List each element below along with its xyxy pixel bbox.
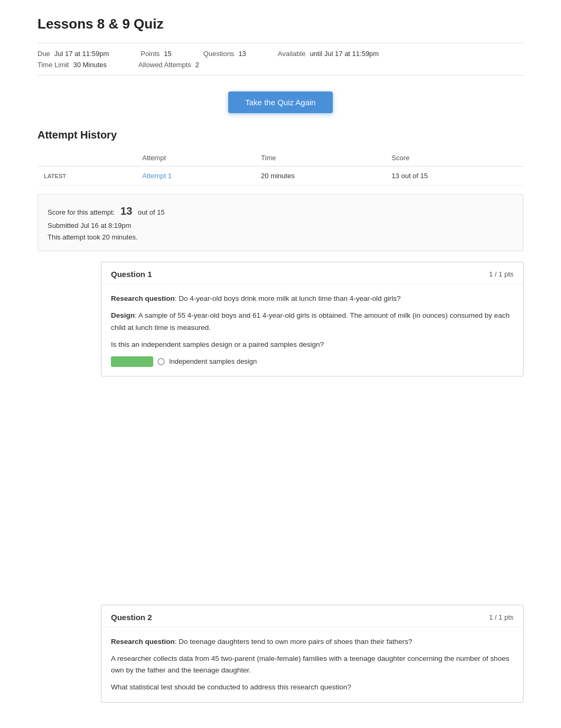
question-body: Research question: Do 4-year-old boys dr… bbox=[101, 284, 523, 376]
col-attempt-header: Attempt bbox=[136, 150, 255, 167]
score-label: Score for this attempt: bbox=[48, 208, 115, 216]
answer-row: Independent samples design bbox=[111, 356, 513, 367]
research-question-text: Research question: Do teenage daughters … bbox=[111, 636, 513, 648]
design-text: Design: A sample of 55 4-year-old boys a… bbox=[111, 310, 513, 334]
available-value: until Jul 17 at 11:59pm bbox=[310, 50, 379, 58]
question-pts: 1 / 1 pts bbox=[489, 613, 513, 621]
col-score-header: Score bbox=[385, 150, 523, 167]
question-body: Research question: Do teenage daughters … bbox=[101, 628, 523, 702]
meta-questions: Questions 13 bbox=[203, 50, 246, 58]
attempt-duration: This attempt took 20 minutes. bbox=[48, 232, 513, 243]
attempt-history-table: Attempt Time Score LATEST Attempt 1 20 m… bbox=[38, 150, 523, 186]
col-badge-header bbox=[38, 150, 136, 167]
correct-indicator bbox=[111, 356, 153, 367]
time-limit-label: Time Limit bbox=[38, 61, 69, 69]
time-limit-value: 30 Minutes bbox=[73, 61, 107, 69]
design-text: A researcher collects data from 45 two-p… bbox=[111, 653, 513, 677]
due-label: Due bbox=[38, 50, 50, 58]
prompt-text: Is this an independent samples design or… bbox=[111, 339, 513, 351]
meta-allowed-attempts: Allowed Attempts 2 bbox=[138, 61, 199, 69]
row-attempt[interactable]: Attempt 1 bbox=[136, 167, 255, 186]
row-score: 13 out of 15 bbox=[385, 167, 523, 186]
meta-row-2: Time Limit 30 Minutes Allowed Attempts 2 bbox=[38, 61, 523, 69]
table-row: LATEST Attempt 1 20 minutes 13 out of 15 bbox=[38, 167, 523, 186]
attempt-submitted: Submitted Jul 16 at 8:19pm bbox=[48, 220, 513, 232]
score-out-of: out of 15 bbox=[138, 208, 165, 216]
research-question-text: Research question: Do 4-year-old boys dr… bbox=[111, 293, 513, 305]
meta-time-limit: Time Limit 30 Minutes bbox=[38, 61, 107, 69]
available-label: Available bbox=[278, 50, 306, 58]
attempt-history-title: Attempt History bbox=[38, 129, 523, 141]
take-quiz-area: Take the Quiz Again bbox=[38, 91, 523, 113]
row-time: 20 minutes bbox=[255, 167, 385, 186]
meta-available: Available until Jul 17 at 11:59pm bbox=[278, 50, 379, 58]
answer-radio-icon bbox=[157, 358, 165, 365]
question-label: Question 2 bbox=[111, 613, 152, 622]
questions-value: 13 bbox=[238, 50, 246, 58]
row-badge: LATEST bbox=[38, 167, 136, 186]
question-2: Question 2 1 / 1 pts Research question: … bbox=[101, 605, 523, 703]
question-1: Question 1 1 / 1 pts Research question: … bbox=[101, 262, 523, 376]
prompt-text: What statistical test should be conducte… bbox=[111, 681, 513, 693]
questions-label: Questions bbox=[203, 50, 235, 58]
question-header: Question 2 1 / 1 pts bbox=[101, 605, 523, 628]
question-header: Question 1 1 / 1 pts bbox=[101, 262, 523, 284]
attempt-score-line: Score for this attempt: 13 out of 15 bbox=[48, 202, 513, 220]
table-header-row: Attempt Time Score bbox=[38, 150, 523, 167]
points-label: Points bbox=[141, 50, 160, 58]
meta-points: Points 15 bbox=[141, 50, 172, 58]
take-quiz-button[interactable]: Take the Quiz Again bbox=[228, 91, 332, 113]
quiz-meta: Due Jul 17 at 11:59pm Points 15 Question… bbox=[38, 43, 523, 76]
meta-due: Due Jul 17 at 11:59pm bbox=[38, 50, 109, 58]
question-pts: 1 / 1 pts bbox=[489, 270, 513, 278]
due-value: Jul 17 at 11:59pm bbox=[54, 50, 109, 58]
meta-row-1: Due Jul 17 at 11:59pm Points 15 Question… bbox=[38, 50, 523, 58]
allowed-attempts-value: 2 bbox=[195, 61, 199, 69]
attempt-detail-box: Score for this attempt: 13 out of 15 Sub… bbox=[38, 194, 523, 251]
score-number: 13 bbox=[120, 205, 132, 217]
questions-container: Question 1 1 / 1 pts Research question: … bbox=[38, 262, 523, 703]
answer-text: Independent samples design bbox=[169, 356, 257, 367]
question-label: Question 1 bbox=[111, 270, 152, 279]
col-time-header: Time bbox=[255, 150, 385, 167]
points-value: 15 bbox=[164, 50, 171, 58]
allowed-attempts-label: Allowed Attempts bbox=[138, 61, 191, 69]
page-title: Lessons 8 & 9 Quiz bbox=[38, 16, 523, 32]
